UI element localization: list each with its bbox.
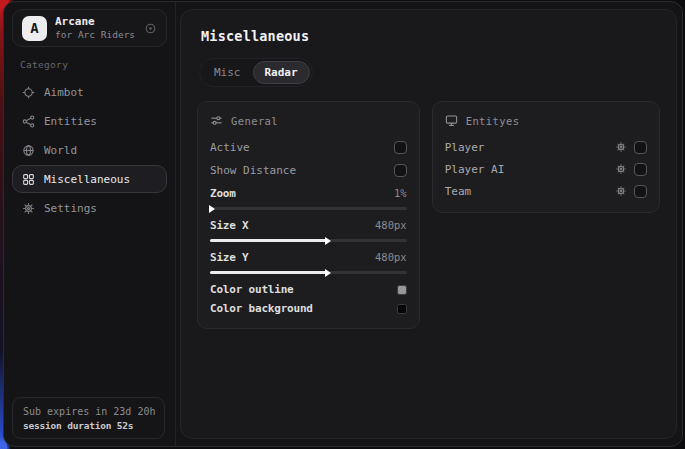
general-panel-header: General [210, 114, 407, 127]
show-distance-checkbox[interactable] [394, 164, 407, 177]
setting-label: Color outline [210, 283, 294, 296]
app-header-card: A Arcane for Arc Riders [12, 9, 167, 47]
entity-row-team: Team [445, 180, 647, 202]
tab-misc[interactable]: Misc [202, 61, 253, 84]
sidebar-item-aimbot[interactable]: Aimbot [12, 78, 167, 106]
subscription-expiry: Sub expires in 23d 20h [23, 406, 154, 417]
share-nodes-icon [22, 115, 35, 128]
globe-icon [22, 144, 35, 157]
sidebar-item-label: Settings [44, 202, 97, 215]
category-label: Category [20, 59, 159, 70]
sliders-icon [210, 114, 223, 127]
zoom-slider-thumb[interactable] [209, 205, 215, 213]
setting-row-size-y: Size Y 480px [210, 248, 407, 266]
setting-row-active: Active [210, 136, 407, 159]
setting-row-show-distance: Show Distance [210, 159, 407, 182]
zoom-value: 1% [394, 187, 407, 199]
gear-icon[interactable] [615, 185, 627, 197]
subscription-card: Sub expires in 23d 20h session duration … [12, 397, 165, 439]
setting-row-zoom: Zoom 1% [210, 184, 407, 202]
entity-row-player-ai: Player AI [445, 158, 647, 180]
session-duration: session duration 52s [23, 420, 154, 431]
app-subtitle: for Arc Riders [55, 29, 136, 41]
general-panel-title: General [231, 115, 278, 127]
color-background-swatch[interactable] [397, 304, 407, 314]
entity-row-player: Player [445, 136, 647, 158]
gear-icon[interactable] [615, 163, 627, 175]
setting-label: Show Distance [210, 164, 296, 177]
tab-radar[interactable]: Radar [253, 61, 310, 84]
page-title: Miscellaneous [201, 28, 660, 44]
monitor-icon [445, 114, 458, 127]
main-card: Miscellaneous Misc Radar [180, 9, 677, 439]
entity-label: Team [445, 185, 615, 198]
sidebar-item-label: Entities [44, 115, 97, 128]
size-y-value: 480px [375, 251, 407, 263]
setting-label: Size X [210, 219, 249, 232]
setting-label: Size Y [210, 251, 249, 264]
size-y-slider-thumb[interactable] [325, 269, 331, 277]
sidebar-item-miscellaneous[interactable]: Miscellaneous [12, 165, 167, 193]
gear-icon [22, 202, 35, 215]
setting-label: Zoom [210, 187, 236, 200]
grid-icon [22, 173, 35, 186]
app-title: Arcane [55, 15, 136, 29]
entity-label: Player [445, 141, 615, 154]
sidebar-nav: Aimbot Entities World [4, 78, 175, 222]
sidebar-item-settings[interactable]: Settings [12, 194, 167, 222]
target-icon[interactable] [144, 22, 157, 35]
size-y-slider[interactable] [210, 271, 407, 274]
sidebar-item-entities[interactable]: Entities [12, 107, 167, 135]
sidebar-item-label: Aimbot [44, 86, 84, 99]
sidebar: A Arcane for Arc Riders Category [4, 2, 176, 446]
size-x-slider-thumb[interactable] [325, 237, 331, 245]
team-checkbox[interactable] [634, 185, 647, 198]
player-ai-checkbox[interactable] [634, 163, 647, 176]
tab-bar: Misc Radar [199, 58, 313, 87]
panels-row: General Active Show Distance Zoom 1% [197, 101, 660, 329]
general-panel: General Active Show Distance Zoom 1% [197, 101, 420, 329]
entities-panel: Entityes Player [432, 101, 660, 213]
setting-label: Active [210, 141, 250, 154]
setting-row-size-x: Size X 480px [210, 216, 407, 234]
size-x-slider[interactable] [210, 239, 407, 242]
main-area: Miscellaneous Misc Radar [176, 2, 682, 446]
entities-panel-title: Entityes [466, 115, 520, 127]
setting-row-color-outline: Color outline [210, 280, 407, 299]
sidebar-item-label: Miscellaneous [44, 173, 130, 186]
setting-row-color-background: Color background [210, 299, 407, 318]
sidebar-item-label: World [44, 144, 77, 157]
player-checkbox[interactable] [634, 141, 647, 154]
sidebar-item-world[interactable]: World [12, 136, 167, 164]
active-checkbox[interactable] [394, 141, 407, 154]
setting-label: Color background [210, 302, 313, 315]
size-x-value: 480px [375, 219, 407, 231]
zoom-slider[interactable] [210, 207, 407, 210]
entities-panel-header: Entityes [445, 114, 647, 127]
app-window: A Arcane for Arc Riders Category [3, 1, 683, 447]
entity-label: Player AI [445, 163, 615, 176]
crosshair-icon [22, 86, 35, 99]
gear-icon[interactable] [615, 141, 627, 153]
app-logo: A [22, 16, 47, 41]
color-outline-swatch[interactable] [397, 285, 407, 295]
